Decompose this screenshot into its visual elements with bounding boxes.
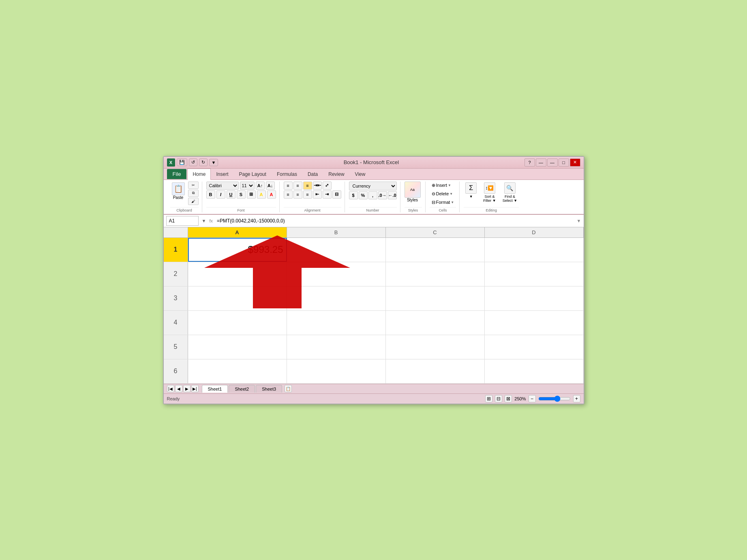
- underline-button[interactable]: U: [227, 190, 235, 199]
- cell-B3[interactable]: [287, 286, 386, 310]
- cell-C3[interactable]: [386, 286, 485, 310]
- col-header-C[interactable]: C: [386, 227, 485, 237]
- delete-cells-button[interactable]: ⊖ Delete ▼: [430, 190, 456, 198]
- cell-B5[interactable]: [287, 335, 386, 359]
- format-painter-button[interactable]: 🖌: [188, 198, 199, 205]
- tab-formulas[interactable]: Formulas: [272, 169, 302, 180]
- normal-view-button[interactable]: ⊞: [485, 395, 492, 402]
- tab-page-layout[interactable]: Page Layout: [233, 169, 271, 180]
- cell-A1[interactable]: $993.25: [188, 238, 287, 262]
- page-break-view-button[interactable]: ⊠: [505, 395, 512, 402]
- dollar-button[interactable]: $: [349, 191, 358, 199]
- cell-D3[interactable]: [485, 286, 584, 310]
- fill-color-button[interactable]: A: [257, 190, 266, 199]
- comma-button[interactable]: ,: [368, 191, 377, 199]
- cell-A6[interactable]: [188, 359, 287, 383]
- name-box[interactable]: [166, 216, 199, 226]
- cell-A3[interactable]: [188, 286, 287, 310]
- redo-button[interactable]: ↻: [199, 158, 208, 166]
- autosum-button[interactable]: Σ ▼: [464, 182, 478, 199]
- copy-button[interactable]: ⧉: [188, 190, 199, 197]
- tab-home[interactable]: Home: [187, 169, 211, 180]
- formula-dropdown[interactable]: ▼: [577, 218, 581, 223]
- styles-icon[interactable]: Aa: [405, 182, 421, 198]
- sort-filter-button[interactable]: ↕🔽 Sort &Filter ▼: [482, 182, 497, 203]
- cell-B1[interactable]: [287, 238, 386, 262]
- align-top-center-button[interactable]: ≡: [293, 182, 302, 190]
- prev-sheet-button[interactable]: ◀: [175, 385, 182, 392]
- cell-A2[interactable]: [188, 262, 287, 286]
- merge-button[interactable]: ⊟: [332, 190, 341, 199]
- row-num-6[interactable]: 6: [164, 359, 188, 383]
- col-header-D[interactable]: D: [485, 227, 584, 237]
- zoom-slider[interactable]: [538, 395, 571, 402]
- border-button[interactable]: ⊞: [247, 190, 256, 199]
- number-format-select[interactable]: Currency General Number Accounting Short…: [349, 182, 397, 190]
- font-size-select[interactable]: 11: [240, 182, 255, 190]
- align-center-button[interactable]: ≡: [293, 190, 302, 199]
- cell-D6[interactable]: [485, 359, 584, 383]
- quick-access-dropdown[interactable]: ▼: [209, 159, 218, 166]
- col-header-B[interactable]: B: [287, 227, 386, 237]
- tab-file[interactable]: File: [167, 169, 187, 179]
- italic-button[interactable]: I: [216, 190, 225, 199]
- cell-D1[interactable]: [485, 238, 584, 262]
- cell-D5[interactable]: [485, 335, 584, 359]
- strikethrough-button[interactable]: S: [237, 190, 246, 199]
- zoom-out-button[interactable]: −: [529, 395, 536, 402]
- decrease-indent-button[interactable]: ⇤: [313, 190, 322, 199]
- cell-D4[interactable]: [485, 311, 584, 335]
- percent-button[interactable]: %: [359, 191, 368, 199]
- decrease-decimal-button[interactable]: ←.0: [388, 191, 397, 199]
- page-layout-view-button[interactable]: ⊟: [495, 395, 502, 402]
- decrease-font-button[interactable]: A↓: [266, 182, 275, 190]
- cell-A5[interactable]: [188, 335, 287, 359]
- align-right-button[interactable]: ≡: [303, 190, 312, 199]
- align-top-right-button[interactable]: ≡: [303, 182, 312, 190]
- formula-input[interactable]: [214, 216, 575, 226]
- bold-button[interactable]: B: [206, 190, 215, 199]
- increase-decimal-button[interactable]: .0→: [378, 191, 387, 199]
- tab-sheet2[interactable]: Sheet2: [229, 385, 255, 393]
- new-sheet-button[interactable]: 📋: [285, 385, 292, 392]
- tab-insert[interactable]: Insert: [211, 169, 233, 180]
- last-sheet-button[interactable]: ▶|: [191, 385, 199, 392]
- cell-C2[interactable]: [386, 262, 485, 286]
- tab-view[interactable]: View: [350, 169, 371, 180]
- cell-C5[interactable]: [386, 335, 485, 359]
- zoom-in-button[interactable]: +: [573, 395, 580, 402]
- align-top-left-button[interactable]: ≡: [284, 182, 293, 190]
- paste-button[interactable]: 📋 Paste: [170, 182, 186, 201]
- align-left-button[interactable]: ≡: [284, 190, 293, 199]
- tab-sheet3[interactable]: Sheet3: [256, 385, 282, 393]
- format-cells-button[interactable]: ⊟ Format ▼: [430, 199, 456, 206]
- cell-B4[interactable]: [287, 311, 386, 335]
- font-name-select[interactable]: Calibri: [206, 182, 239, 190]
- undo-button[interactable]: ↺: [189, 158, 197, 166]
- cell-A4[interactable]: [188, 311, 287, 335]
- tab-review[interactable]: Review: [323, 169, 349, 180]
- increase-indent-button[interactable]: ⇥: [323, 190, 332, 199]
- font-color-button[interactable]: A: [267, 190, 276, 199]
- find-select-button[interactable]: 🔍 Find &Select ▼: [501, 182, 519, 203]
- cut-button[interactable]: ✂: [188, 182, 199, 189]
- close-button[interactable]: ✕: [570, 158, 580, 167]
- tab-sheet1[interactable]: Sheet1: [202, 385, 228, 393]
- formula-expand-button[interactable]: ▼: [200, 218, 208, 223]
- row-num-4[interactable]: 4: [164, 311, 188, 335]
- next-sheet-button[interactable]: ▶: [183, 385, 190, 392]
- row-num-5[interactable]: 5: [164, 335, 188, 359]
- insert-cells-button[interactable]: ⊕ Insert ▼: [430, 182, 456, 189]
- cell-D2[interactable]: [485, 262, 584, 286]
- cell-C1[interactable]: [386, 238, 485, 262]
- minimize-button[interactable]: —: [547, 158, 558, 167]
- cell-C4[interactable]: [386, 311, 485, 335]
- options-button[interactable]: —: [536, 158, 546, 167]
- tab-data[interactable]: Data: [302, 169, 323, 180]
- help-button[interactable]: ?: [524, 158, 535, 167]
- wrap-text-button[interactable]: ⇥⇤: [313, 182, 322, 190]
- increase-font-button[interactable]: A↑: [256, 182, 265, 190]
- row-num-2[interactable]: 2: [164, 262, 188, 286]
- cell-B2[interactable]: [287, 262, 386, 286]
- col-header-A[interactable]: A: [188, 227, 287, 237]
